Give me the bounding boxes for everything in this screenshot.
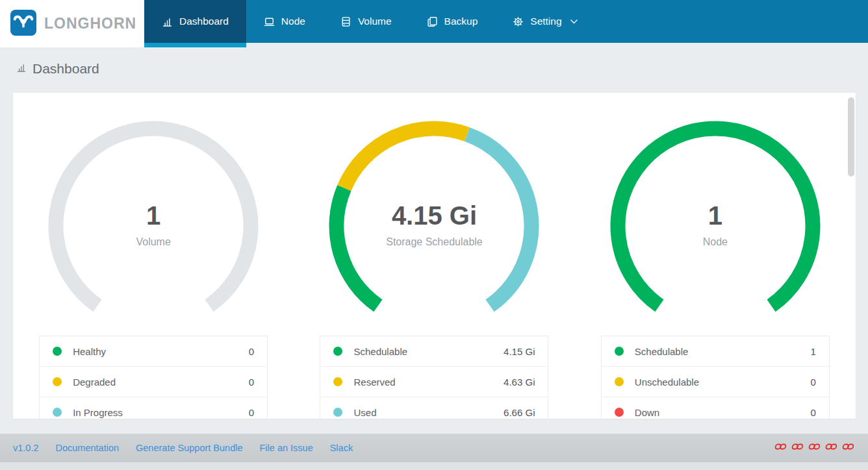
top-navbar: LONGHORN Dashboard Node xyxy=(0,0,868,47)
longhorn-bull-icon xyxy=(10,10,36,38)
nav-item-label: Dashboard xyxy=(179,16,229,27)
longhorn-logo[interactable]: LONGHORN xyxy=(0,0,144,47)
status-dot xyxy=(333,408,342,417)
card-scrollbar-thumb[interactable] xyxy=(848,97,854,177)
legend-label: Used xyxy=(353,407,504,418)
documentation-link[interactable]: Documentation xyxy=(56,443,120,453)
file-an-issue-link[interactable]: File an Issue xyxy=(259,443,313,453)
page-title: Dashboard xyxy=(32,61,99,77)
footer-bar: v1.0.2 Documentation Generate Support Bu… xyxy=(0,434,868,462)
legend-value: 0 xyxy=(249,407,254,418)
nav-item-node[interactable]: Node xyxy=(246,0,323,43)
legend-row: Schedulable 4.15 Gi xyxy=(320,336,548,367)
status-dot xyxy=(333,377,342,386)
broken-link-icon[interactable] xyxy=(773,441,787,454)
nav-item-volume[interactable]: Volume xyxy=(323,0,409,43)
dashboard-card: 1 Volume Healthy 0 Degraded 0 In Progres… xyxy=(13,93,856,419)
legend-value: 0 xyxy=(810,407,815,418)
legend-row: Unschedulable 0 xyxy=(602,367,829,397)
database-icon xyxy=(340,16,351,27)
nav-item-label: Volume xyxy=(358,16,392,27)
legend-label: Degraded xyxy=(73,377,249,388)
legend-label: Reserved xyxy=(353,377,504,388)
storage-legend-card: Schedulable 4.15 Gi Reserved 4.63 Gi Use… xyxy=(320,336,548,419)
footer-social-icons xyxy=(774,441,855,454)
laptop-icon xyxy=(264,16,275,27)
legend-row: Down 0 xyxy=(602,397,829,419)
window-scrollbar-track xyxy=(0,462,868,470)
status-dot xyxy=(53,408,62,417)
volume-gauge: 1 Volume xyxy=(46,119,261,333)
legend-value: 0 xyxy=(249,346,254,357)
gear-icon xyxy=(513,16,524,27)
nav-item-label: Setting xyxy=(530,16,561,27)
charts-row: 1 Volume Healthy 0 Degraded 0 In Progres… xyxy=(13,93,856,419)
chevron-down-icon xyxy=(570,19,578,25)
active-tab-underline xyxy=(144,43,246,47)
volume-legend-card: Healthy 0 Degraded 0 In Progress 0 xyxy=(39,336,268,419)
generate-support-bundle-link[interactable]: Generate Support Bundle xyxy=(136,443,242,453)
slack-link[interactable]: Slack xyxy=(330,443,353,453)
legend-row: Healthy 0 xyxy=(40,336,267,367)
copy-icon xyxy=(427,16,438,27)
legend-label: Schedulable xyxy=(353,346,504,357)
nav-item-setting[interactable]: Setting xyxy=(495,0,595,43)
broken-link-icon[interactable] xyxy=(790,441,804,454)
legend-value: 1 xyxy=(810,346,815,357)
legend-label: Unschedulable xyxy=(635,377,811,388)
version-link[interactable]: v1.0.2 xyxy=(13,443,39,453)
legend-label: Schedulable xyxy=(635,346,811,357)
legend-row: Reserved 4.63 Gi xyxy=(320,367,548,397)
legend-value: 0 xyxy=(249,377,254,388)
node-legend-card: Schedulable 1 Unschedulable 0 Down 0 xyxy=(601,336,830,419)
legend-label: Down xyxy=(635,407,811,418)
breadcrumb: Dashboard xyxy=(16,61,99,77)
nav-item-dashboard[interactable]: Dashboard xyxy=(144,0,246,43)
legend-row: In Progress 0 xyxy=(40,397,267,419)
bar-chart-icon xyxy=(162,16,173,27)
legend-value: 6.66 Gi xyxy=(504,407,535,418)
legend-row: Schedulable 1 xyxy=(602,336,829,367)
logo-wordmark: LONGHORN xyxy=(44,15,136,32)
nav-item-label: Backup xyxy=(444,16,478,27)
status-dot xyxy=(615,408,624,417)
legend-value: 4.15 Gi xyxy=(504,346,535,357)
nav-menu: Dashboard Node Volume xyxy=(144,0,868,43)
node-gauge: 1 Node xyxy=(608,119,823,333)
nav-item-label: Node xyxy=(281,16,305,27)
status-dot xyxy=(53,347,62,356)
broken-link-icon[interactable] xyxy=(807,441,821,454)
status-dot xyxy=(615,377,624,386)
legend-label: Healthy xyxy=(73,346,249,357)
bar-chart-icon xyxy=(16,62,27,75)
volume-chart-column: 1 Volume Healthy 0 Degraded 0 In Progres… xyxy=(13,93,294,419)
legend-label: In Progress xyxy=(73,407,249,418)
broken-link-icon[interactable] xyxy=(841,441,855,454)
legend-value: 0 xyxy=(810,377,815,388)
legend-value: 4.63 Gi xyxy=(504,377,535,388)
status-dot xyxy=(333,347,342,356)
storage-gauge: 4.15 Gi Storage Schedulable xyxy=(327,119,541,333)
status-dot xyxy=(53,377,62,386)
footer-links: v1.0.2 Documentation Generate Support Bu… xyxy=(13,443,353,453)
status-dot xyxy=(615,347,624,356)
legend-row: Degraded 0 xyxy=(40,367,267,397)
node-chart-column: 1 Node Schedulable 1 Unschedulable 0 Dow… xyxy=(575,93,856,419)
broken-link-icon[interactable] xyxy=(824,441,838,454)
storage-chart-column: 4.15 Gi Storage Schedulable Schedulable … xyxy=(294,93,574,419)
legend-row: Used 6.66 Gi xyxy=(320,397,548,419)
nav-item-backup[interactable]: Backup xyxy=(409,0,496,43)
